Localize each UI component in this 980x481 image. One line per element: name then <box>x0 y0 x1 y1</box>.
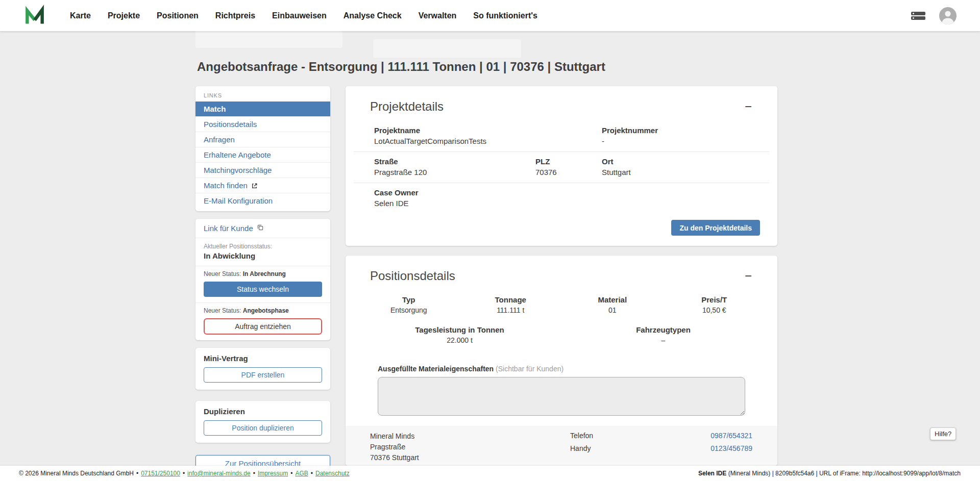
strasse-value: Pragstraße 120 <box>374 168 535 176</box>
next-status-label: Neuer Status: In Abrechnung <box>204 270 322 277</box>
sidebar-item-label: E-Mail Konfiguration <box>204 196 273 205</box>
zu-den-projektdetails-button[interactable]: Zu den Projektdetails <box>671 220 760 236</box>
status-wechseln-button[interactable]: Status wechseln <box>204 282 322 297</box>
ort-value: Stuttgart <box>602 168 749 176</box>
user-avatar-icon[interactable] <box>939 7 957 24</box>
contact-company: Mineral Minds <box>370 431 419 442</box>
contact-numbers: Telefon 0987/654321 Handy 0123/456789 <box>570 431 752 463</box>
sidebar-item-matchingvorschlaege[interactable]: Matchingvorschläge <box>195 162 330 178</box>
footer: © 2026 Mineral Minds Deutschland GmbH • … <box>0 466 980 481</box>
session-info: Selen IDE (Mineral Minds) | 8209b5fc54a6… <box>698 470 961 477</box>
mobile-row: Handy 0123/456789 <box>570 444 752 452</box>
server-icon[interactable] <box>911 10 926 21</box>
current-status-block: Aktueller Positionsstatus: In Abwicklung <box>195 238 330 266</box>
materialeigenschaften-label: Ausgefüllte Materialeigenschaften (Sicht… <box>378 365 745 373</box>
mineral-minds-logo-icon[interactable] <box>23 5 46 27</box>
sidebar-item-anfragen[interactable]: Anfragen <box>195 132 330 147</box>
sidebar-item-label: Match <box>204 105 226 113</box>
sidebar-item-email-konfiguration[interactable]: E-Mail Konfiguration <box>195 193 330 208</box>
nav-so-funktionierts[interactable]: So funktioniert's <box>473 11 537 20</box>
nav-verwalten[interactable]: Verwalten <box>419 11 457 20</box>
nav-einbauweisen[interactable]: Einbauweisen <box>272 11 327 20</box>
next-status-block-1: Neuer Status: In Abrechnung Status wechs… <box>195 266 330 302</box>
projekt-row: Projektname LotActualTargetComparisonTes… <box>354 121 769 151</box>
phone-link[interactable]: 0987/654321 <box>710 432 752 440</box>
fahrzeugtypen-label: Fahrzeugtypen <box>561 325 765 334</box>
projektdetails-header: Projektdetails − <box>346 86 777 121</box>
status-card: Link für Kunde Aktueller Positionsstatus… <box>195 219 330 340</box>
contact-city: 70376 Stuttgart <box>370 452 419 463</box>
link-fuer-kunde[interactable]: Link für Kunde <box>195 219 330 238</box>
main-nav: Karte Projekte Positionen Richtpreis Ein… <box>70 11 537 20</box>
projektname-label: Projektname <box>374 126 602 135</box>
projektnummer-label: Projektnummer <box>602 126 749 135</box>
contact-section: Mineral Minds Pragstraße 70376 Stuttgart… <box>346 426 777 466</box>
duplizieren-card: Duplizieren Position duplizieren <box>195 401 330 443</box>
materialeigenschaften-textarea[interactable] <box>378 377 745 416</box>
mobile-label: Handy <box>570 444 591 452</box>
sidebar-item-match[interactable]: Match <box>195 102 330 116</box>
collapse-icon[interactable]: − <box>742 99 755 114</box>
specs-row-2: Tagesleistung in Tonnen 22.000 t Fahrzeu… <box>346 325 777 344</box>
loading-placeholder <box>373 39 521 58</box>
collapse-icon[interactable]: − <box>742 269 755 283</box>
links-card-header: LINKS <box>195 88 330 102</box>
projektdetails-actions: Zu den Projektdetails <box>346 214 777 246</box>
positionsdetails-header: Positionsdetails − <box>346 256 777 290</box>
footer-datenschutz-link[interactable]: Datenschutz <box>315 470 350 477</box>
sidebar-item-label: Matchingvorschläge <box>204 166 272 174</box>
tonnage-label: Tonnage <box>460 295 562 304</box>
hilfe-button[interactable]: Hilfe? <box>930 427 956 440</box>
current-status-value: In Abwicklung <box>204 251 322 260</box>
nav-richtpreis[interactable]: Richtpreis <box>215 11 255 20</box>
mini-vertrag-card: Mini-Vertrag PDF erstellen <box>195 348 330 390</box>
current-status-label: Aktueller Positionsstatus: <box>204 243 322 250</box>
materialeigenschaften-section: Ausgefüllte Materialeigenschaften (Sicht… <box>346 365 777 418</box>
auftrag-entziehen-button[interactable]: Auftrag entziehen <box>204 318 322 335</box>
sidebar-item-match-finden[interactable]: Match finden <box>195 178 330 193</box>
sidebar-item-erhaltene-angebote[interactable]: Erhaltene Angebote <box>195 147 330 162</box>
typ-value: Entsorgung <box>358 306 460 314</box>
projektdetails-rows: Projektname LotActualTargetComparisonTes… <box>354 121 769 214</box>
fahrzeugtypen-value: – <box>561 336 765 344</box>
sidebar: LINKS Match Positionsdetails Anfragen Er… <box>195 86 330 471</box>
sidebar-item-label: Erhaltene Angebote <box>204 150 271 159</box>
position-duplizieren-button[interactable]: Position duplizieren <box>204 420 322 436</box>
projektnummer-value: - <box>602 137 749 145</box>
footer-impressum-link[interactable]: Impressum <box>258 470 288 477</box>
plz-label: PLZ <box>535 157 602 166</box>
strasse-label: Straße <box>374 157 535 166</box>
sidebar-item-positionsdetails[interactable]: Positionsdetails <box>195 116 330 132</box>
nav-analyse-check[interactable]: Analyse Check <box>344 11 402 20</box>
specs-row-1: Typ Entsorgung Tonnage 111.111 t Materia… <box>346 295 777 314</box>
material-value: 01 <box>561 306 664 314</box>
case-owner-row: Case Owner Selen IDE <box>354 183 769 214</box>
copy-icon <box>257 224 264 233</box>
footer-email-link[interactable]: info@mineral-minds.de <box>187 470 251 477</box>
nav-karte[interactable]: Karte <box>70 11 91 20</box>
links-card: LINKS Match Positionsdetails Anfragen Er… <box>195 86 330 211</box>
positionsdetails-card: Positionsdetails − Typ Entsorgung Tonnag… <box>346 256 777 466</box>
mobile-link[interactable]: 0123/456789 <box>710 444 752 452</box>
pdf-erstellen-button[interactable]: PDF erstellen <box>204 367 322 383</box>
app-window: Karte Projekte Positionen Richtpreis Ein… <box>0 0 980 481</box>
positionsdetails-title: Positionsdetails <box>370 269 455 283</box>
next-status-label: Neuer Status: Angebotsphase <box>204 307 322 314</box>
material-label: Material <box>561 295 664 304</box>
phone-label: Telefon <box>570 432 593 440</box>
plz-value: 70376 <box>535 168 602 176</box>
sidebar-item-label: Match finden <box>204 181 248 190</box>
preis-label: Preis/T <box>664 295 766 304</box>
projektdetails-title: Projektdetails <box>370 99 444 114</box>
external-link-icon <box>251 183 258 189</box>
nav-projekte[interactable]: Projekte <box>108 11 140 20</box>
sidebar-item-label: Positionsdetails <box>204 120 257 129</box>
projektname-value: LotActualTargetComparisonTests <box>374 137 602 145</box>
tagesleistung-value: 22.000 t <box>358 336 561 344</box>
next-status-block-2: Neuer Status: Angebotsphase Auftrag entz… <box>195 302 330 340</box>
nav-positionen[interactable]: Positionen <box>157 11 199 20</box>
tagesleistung-label: Tagesleistung in Tonnen <box>358 325 561 334</box>
case-owner-value: Selen IDE <box>374 199 749 208</box>
footer-agb-link[interactable]: AGB <box>295 470 308 477</box>
footer-phone-link[interactable]: 07151/250100 <box>141 470 180 477</box>
